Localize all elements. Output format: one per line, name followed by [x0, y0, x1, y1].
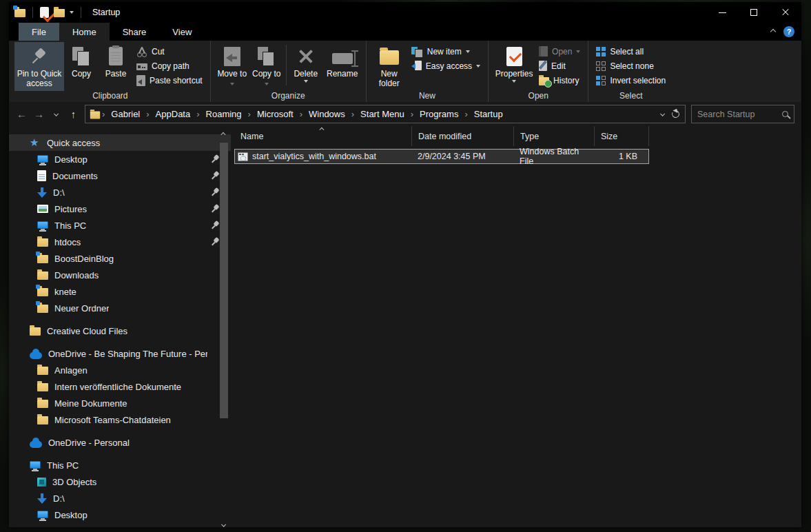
select-all-icon	[596, 47, 606, 57]
paste-icon	[109, 47, 123, 65]
move-to-button[interactable]: Move to	[215, 42, 249, 91]
sidebar-item-downloads[interactable]: Downloads	[9, 267, 231, 283]
button-label: Pin to Quick access	[14, 69, 64, 88]
sidebar-item-documents[interactable]: Documents	[9, 167, 231, 184]
delete-button[interactable]: Delete	[289, 42, 323, 91]
paste-button[interactable]: Paste	[99, 42, 133, 91]
sidebar-item-knete[interactable]: knete	[9, 283, 231, 300]
sidebar-item-onedrive-business[interactable]: OneDrive - Be Shaping The Future - Perfo…	[9, 345, 231, 362]
dropdown-caret-icon	[265, 83, 269, 85]
button-label: History	[553, 76, 579, 85]
collapse-ribbon-icon[interactable]	[770, 29, 776, 34]
recent-locations-chevron-icon[interactable]	[48, 112, 65, 116]
navigation-pane: Quick access Desktop Documents D:\ Pictu…	[9, 126, 231, 527]
window-controls	[706, 2, 801, 23]
qat-new-folder-icon[interactable]	[54, 9, 65, 17]
cut-button[interactable]: Cut	[133, 44, 206, 59]
back-button[interactable]: ←	[13, 108, 30, 120]
column-header-size[interactable]: Size	[595, 126, 649, 146]
scroll-up-icon[interactable]	[221, 132, 225, 136]
sidebar-item-d-drive[interactable]: D:\	[9, 184, 231, 201]
sidebar-item-teams-chatdateien[interactable]: Microsoft Teams-Chatdateien	[9, 411, 231, 428]
tab-home[interactable]: Home	[59, 23, 110, 41]
help-icon[interactable]: ?	[783, 26, 794, 37]
new-item-icon	[411, 47, 423, 57]
button-label: Rename	[327, 69, 358, 79]
sidebar-item-this-pc-2[interactable]: This PC	[9, 457, 231, 473]
tab-view[interactable]: View	[159, 23, 205, 41]
select-none-button[interactable]: Select none	[593, 59, 669, 73]
edit-button[interactable]: Edit	[535, 59, 584, 73]
sidebar-item-intern-veroeffentliche-dokumente[interactable]: Intern veröffentliche Dokumente	[9, 378, 231, 395]
up-button[interactable]: ↑	[65, 108, 82, 120]
breadcrumb-segment[interactable]: Roaming	[201, 109, 247, 119]
file-row[interactable]: start_vialytics_with_windows.bat 2/9/202…	[234, 149, 649, 164]
properties-button[interactable]: Properties	[493, 42, 535, 91]
easy-access-button[interactable]: Easy access	[408, 59, 484, 73]
sidebar-item-htdocs[interactable]: htdocs	[9, 234, 231, 250]
tab-share[interactable]: Share	[110, 23, 160, 41]
maximize-button[interactable]	[738, 2, 770, 23]
sidebar-item-neuer-ordner[interactable]: Neuer Ordner	[9, 300, 231, 316]
invert-selection-button[interactable]: Invert selection	[593, 73, 669, 88]
breadcrumb-segment[interactable]: Microsoft	[252, 109, 298, 119]
sidebar-item-desktop[interactable]: Desktop	[9, 151, 231, 167]
button-label: Select none	[610, 61, 653, 71]
pin-to-quick-access-button[interactable]: Pin to Quick access	[14, 42, 64, 91]
column-header-name[interactable]: Name	[234, 126, 412, 146]
forward-button[interactable]: →	[30, 108, 48, 120]
divider	[286, 45, 287, 85]
sidebar-item-creative-cloud-files[interactable]: Creative Cloud Files	[9, 323, 231, 339]
button-label: New item	[427, 47, 462, 57]
column-header-type[interactable]: Type	[514, 126, 595, 146]
breadcrumb[interactable]: › Gabriel › AppData › Roaming › Microsof…	[85, 105, 686, 123]
breadcrumb-segment[interactable]: Programs	[415, 109, 463, 119]
search-input[interactable]	[697, 110, 782, 119]
move-to-icon	[224, 47, 240, 66]
onedrive-cloud-icon	[30, 441, 42, 448]
new-item-button[interactable]: New item	[408, 44, 484, 59]
sidebar-item-this-pc[interactable]: This PC	[9, 217, 231, 234]
refresh-icon[interactable]	[670, 109, 680, 119]
button-label: Invert selection	[610, 76, 666, 85]
select-all-button[interactable]: Select all	[593, 44, 669, 59]
history-button[interactable]: History	[535, 73, 584, 88]
ribbon-group-clipboard: Pin to Quick access Copy Paste Cut	[10, 41, 210, 102]
ribbon-group-new: New folder New item Easy access New	[366, 41, 488, 102]
breadcrumb-segment[interactable]: Windows	[304, 109, 350, 119]
new-folder-button[interactable]: New folder	[371, 42, 408, 91]
sidebar-item-onedrive-personal[interactable]: OneDrive - Personal	[9, 434, 231, 451]
tab-file[interactable]: File	[19, 23, 59, 41]
address-dropdown-chevron-icon[interactable]	[660, 112, 664, 116]
search-icon[interactable]	[782, 111, 788, 117]
sidebar-item-meine-dokumente[interactable]: Meine Dokumente	[9, 395, 231, 411]
sidebar-item-d-drive-2[interactable]: D:\	[9, 490, 231, 507]
sidebar-item-desktop-2[interactable]: Desktop	[9, 507, 231, 523]
breadcrumb-segment[interactable]: AppData	[151, 109, 196, 119]
scroll-down-icon[interactable]	[221, 522, 225, 526]
breadcrumb-segment[interactable]: Start Menu	[356, 109, 409, 119]
close-button[interactable]	[770, 2, 801, 23]
breadcrumb-segment[interactable]: Gabriel	[106, 109, 145, 119]
sidebar-item-anlagen[interactable]: Anlagen	[9, 362, 231, 378]
sidebar-item-boostdeinblog[interactable]: BoostDeinBlog	[9, 250, 231, 267]
minimize-button[interactable]	[706, 2, 738, 23]
qat-customize-chevron-icon[interactable]	[70, 11, 74, 14]
copy-button[interactable]: Copy	[64, 42, 99, 91]
button-label: Copy path	[152, 61, 189, 71]
scrollbar-thumb[interactable]	[220, 143, 228, 418]
button-label: Properties	[495, 69, 533, 79]
sidebar-item-quick-access[interactable]: Quick access	[9, 134, 231, 151]
rename-button[interactable]: Rename	[323, 42, 362, 91]
qat-properties-icon[interactable]	[40, 7, 49, 18]
copy-path-button[interactable]: Copy path	[133, 59, 206, 73]
file-type: Windows Batch File	[514, 147, 595, 166]
close-icon	[781, 8, 790, 17]
sidebar-item-3d-objects[interactable]: 3D Objects	[9, 473, 231, 490]
paste-shortcut-button[interactable]: Paste shortcut	[133, 73, 206, 88]
breadcrumb-segment[interactable]: Startup	[469, 109, 508, 119]
column-header-date-modified[interactable]: Date modified	[412, 126, 514, 146]
sidebar-scrollbar[interactable]	[220, 133, 228, 526]
copy-to-button[interactable]: Copy to	[249, 42, 284, 91]
sidebar-item-pictures[interactable]: Pictures	[9, 201, 231, 217]
